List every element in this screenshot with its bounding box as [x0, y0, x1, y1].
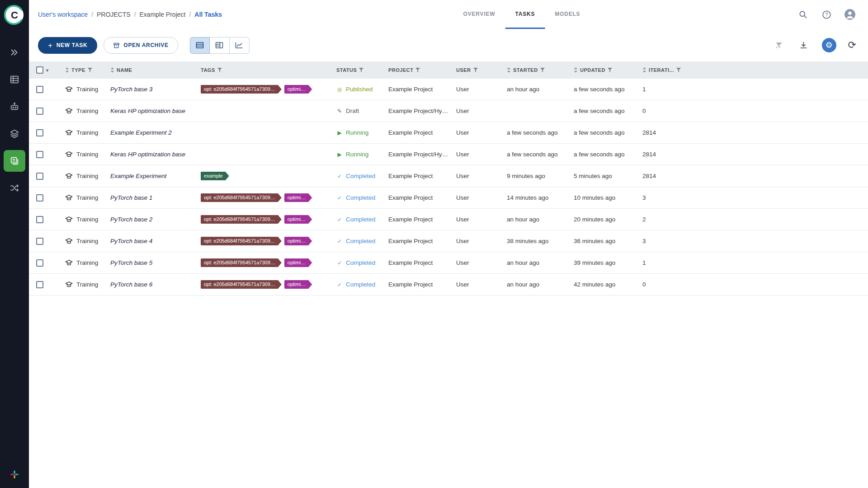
help-icon[interactable]: ? [820, 8, 833, 21]
name-cell[interactable]: Keras HP optimization base [110, 151, 201, 158]
user-avatar[interactable] [844, 8, 856, 21]
column-header-type[interactable]: TYPE [65, 67, 110, 73]
name-cell[interactable]: PyTorch base 4 [110, 238, 201, 244]
sidebar-item-workers[interactable] [4, 96, 25, 117]
name-cell[interactable]: Example Experiment [110, 173, 201, 179]
tag[interactable]: opt: e205d684f7954571a7309… [201, 280, 282, 289]
sidebar-slack-link[interactable] [10, 470, 19, 481]
table-row[interactable]: Training PyTorch base 5 opt: e205d684f79… [29, 252, 868, 274]
download-icon[interactable] [797, 39, 810, 52]
row-checkbox[interactable] [36, 281, 43, 288]
sidebar-item-experiments[interactable] [4, 150, 25, 172]
tab-tasks[interactable]: TASKS [505, 0, 545, 29]
breadcrumb-projects[interactable]: PROJECTS [97, 11, 131, 18]
sort-icon[interactable] [507, 67, 511, 73]
tab-models[interactable]: MODELS [545, 0, 590, 29]
table-row[interactable]: Training PyTorch base 3 opt: e205d684f79… [29, 79, 868, 100]
row-checkbox[interactable] [36, 216, 43, 223]
column-header-user[interactable]: USER [456, 67, 507, 73]
started-cell: 14 minutes ago [507, 194, 574, 201]
filter-icon[interactable] [676, 68, 681, 72]
name-cell[interactable]: PyTorch base 3 [110, 86, 201, 93]
filter-icon[interactable] [608, 68, 612, 72]
name-cell[interactable]: PyTorch base 2 [110, 216, 201, 223]
breadcrumb-project[interactable]: Example Project [140, 11, 186, 18]
clear-filters-icon[interactable] [773, 39, 786, 52]
new-task-button[interactable]: + NEW TASK [38, 37, 97, 54]
table-view-button[interactable] [190, 37, 210, 54]
column-header-iterations[interactable]: ITERATI... [642, 67, 868, 73]
chart-view-button[interactable] [230, 37, 250, 54]
tag[interactable]: example [201, 172, 229, 180]
row-checkbox[interactable] [36, 86, 43, 93]
row-checkbox[interactable] [36, 238, 43, 245]
row-checkbox[interactable] [36, 259, 43, 267]
filter-icon[interactable] [415, 68, 420, 72]
filter-icon[interactable] [359, 68, 363, 72]
search-icon[interactable] [797, 8, 809, 21]
table-row[interactable]: Training Keras HP optimization base ▶ Ru… [29, 144, 868, 165]
sidebar-item-pipelines[interactable] [4, 177, 25, 199]
type-label: Training [76, 194, 98, 201]
row-checkbox[interactable] [36, 173, 43, 180]
clearml-logo-icon[interactable]: C [4, 5, 25, 25]
open-archive-button[interactable]: OPEN ARCHIVE [104, 37, 178, 54]
select-menu-caret-icon[interactable]: ▾ [46, 68, 49, 73]
row-checkbox[interactable] [36, 194, 43, 202]
column-header-status[interactable]: STATUS [336, 67, 388, 73]
table-row[interactable]: Training PyTorch base 1 opt: e205d684f79… [29, 187, 868, 209]
table-row[interactable]: Training PyTorch base 6 opt: e205d684f79… [29, 274, 868, 296]
name-cell[interactable]: PyTorch base 1 [110, 194, 201, 201]
tag[interactable]: optimi… [284, 85, 312, 94]
row-checkbox[interactable] [36, 108, 43, 115]
sort-icon[interactable] [574, 67, 578, 73]
tag[interactable]: opt: e205d684f7954571a7309… [201, 215, 282, 224]
split-view-button[interactable] [210, 37, 230, 54]
breadcrumb-all-tasks[interactable]: All Tasks [194, 11, 222, 18]
filter-icon[interactable] [540, 68, 545, 72]
tag[interactable]: opt: e205d684f7954571a7309… [201, 193, 282, 202]
tag[interactable]: optimi… [284, 215, 312, 224]
sidebar-item-expand[interactable] [4, 42, 25, 63]
column-header-started[interactable]: STARTED [507, 67, 574, 73]
filter-icon[interactable] [88, 68, 92, 72]
breadcrumb-workspace[interactable]: User's workspace [38, 11, 88, 18]
table-row[interactable]: Training PyTorch base 4 opt: e205d684f79… [29, 230, 868, 252]
table-row[interactable]: Training Example Experiment example ✓ Co… [29, 165, 868, 187]
tag[interactable]: optimi… [284, 258, 312, 267]
row-checkbox[interactable] [36, 151, 43, 158]
sidebar-item-datasets[interactable] [4, 123, 25, 145]
filter-icon[interactable] [473, 68, 478, 72]
row-checkbox[interactable] [36, 129, 43, 136]
settings-gear-icon[interactable]: ⚙ [822, 38, 836, 52]
tag[interactable]: optimi… [284, 237, 312, 245]
tag[interactable]: opt: e205d684f7954571a7309… [201, 237, 282, 245]
sort-icon[interactable] [65, 67, 69, 73]
sort-icon[interactable] [110, 67, 114, 73]
row-select-cell [36, 194, 65, 202]
table-row[interactable]: Training Example Experiment 2 ▶ Running … [29, 122, 868, 144]
column-header-updated[interactable]: UPDATED [574, 67, 642, 73]
sort-icon[interactable] [642, 67, 646, 73]
tag[interactable]: opt: e205d684f7954571a7309… [201, 85, 282, 94]
type-cell: Training [65, 108, 110, 114]
column-header-name[interactable]: NAME [110, 67, 201, 73]
table-row[interactable]: Training Keras HP optimization base ✎ Dr… [29, 100, 868, 122]
tag[interactable]: opt: e205d684f7954571a7309… [201, 258, 282, 267]
tag[interactable]: optimi… [284, 193, 312, 202]
table-row[interactable]: Training PyTorch base 2 opt: e205d684f79… [29, 209, 868, 230]
column-header-project[interactable]: PROJECT [388, 67, 456, 73]
select-all-checkbox[interactable] [36, 66, 43, 74]
auto-refresh-icon[interactable]: ⟳ [848, 40, 856, 50]
sidebar-item-projects[interactable] [4, 69, 25, 90]
name-cell[interactable]: Keras HP optimization base [110, 108, 201, 114]
user-cell: User [456, 108, 507, 114]
tag[interactable]: optimi… [284, 280, 312, 289]
filter-icon[interactable] [217, 68, 222, 72]
tab-overview[interactable]: OVERVIEW [453, 0, 505, 29]
name-cell[interactable]: PyTorch base 5 [110, 259, 201, 266]
column-header-tags[interactable]: TAGS [201, 67, 336, 73]
name-cell[interactable]: PyTorch base 6 [110, 281, 201, 288]
name-cell[interactable]: Example Experiment 2 [110, 129, 201, 136]
view-toggle [190, 37, 250, 54]
